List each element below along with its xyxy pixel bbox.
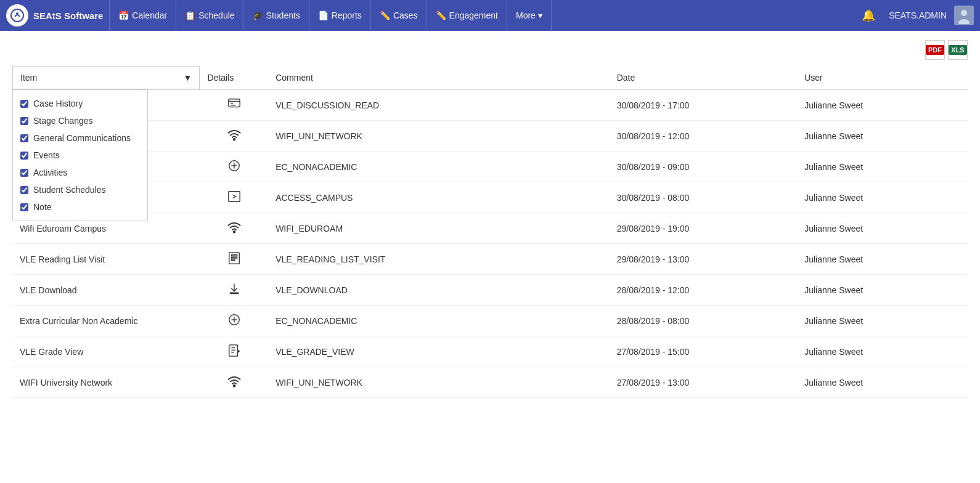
svg-rect-23 — [229, 345, 238, 356]
notifications-bell[interactable]: 🔔 — [855, 9, 881, 22]
cell-item-7: Extra Curricular Non Academic — [12, 306, 200, 336]
dropdown-item-note[interactable]: Note — [13, 198, 147, 216]
nav-engagement[interactable]: ✏️ Engagement — [427, 0, 507, 31]
cell-user-6: Julianne Sweet — [797, 275, 968, 306]
checkbox-student-schedules[interactable] — [20, 186, 28, 194]
cell-date-4: 29/08/2019 - 19:00 — [610, 213, 797, 244]
engagement-icon: ✏️ — [436, 10, 446, 20]
table-row: ACCESS_CAMPUS 30/08/2019 - 08:00 Juliann… — [12, 182, 968, 213]
checkbox-events[interactable] — [20, 152, 28, 160]
cell-date-6: 28/08/2019 - 12:00 — [610, 275, 797, 306]
cell-icon-4 — [200, 213, 268, 244]
cell-item-9: WIFI University Network — [12, 367, 200, 398]
item-dropdown-toggle[interactable]: Item ▼ — [12, 66, 200, 89]
cell-user-9: Julianne Sweet — [797, 367, 968, 398]
svg-point-14 — [233, 231, 235, 233]
table-row: VLE Download VLE_DOWNLOAD 28/08/2019 - 1… — [12, 275, 968, 306]
nav-calendar[interactable]: 📅 Calendar — [109, 0, 176, 31]
cell-date-5: 29/08/2019 - 13:00 — [610, 244, 797, 275]
cell-item-5: VLE Reading List Visit — [12, 244, 200, 275]
export-pdf-button[interactable]: PDF — [925, 40, 945, 60]
cell-comment-2: EC_NONACADEMIC — [268, 152, 610, 182]
cell-comment-3: ACCESS_CAMPUS — [268, 182, 610, 213]
admin-name-label: SEATS.ADMIN — [889, 10, 947, 20]
cell-comment-0: VLE_DISCUSSION_READ — [268, 90, 610, 121]
nav-reports[interactable]: 📄 Reports — [309, 0, 371, 31]
cell-date-0: 30/08/2019 - 17:00 — [610, 90, 797, 121]
schedule-icon: 📋 — [185, 10, 195, 20]
main-content: PDF XLS Item ▼ — [0, 31, 980, 483]
table-row: Wifi Eduroam Campus WIFI_EDUROAM 29/08/2… — [12, 213, 968, 244]
checkbox-note[interactable] — [20, 203, 28, 211]
table-row: WIFI University Network WIFI_UNI_NETWORK… — [12, 367, 968, 398]
cell-icon-7 — [200, 306, 268, 336]
export-toolbar: PDF XLS — [12, 37, 968, 66]
cell-user-4: Julianne Sweet — [797, 213, 968, 244]
brand-text: SEAtS Software — [33, 10, 103, 21]
dropdown-item-general-comms[interactable]: General Communications — [13, 129, 147, 147]
checkbox-activities[interactable] — [20, 169, 28, 177]
cell-icon-6 — [200, 275, 268, 306]
checkbox-general-comms[interactable] — [20, 134, 28, 142]
cell-date-3: 30/08/2019 - 08:00 — [610, 182, 797, 213]
admin-avatar[interactable] — [954, 6, 974, 25]
dropdown-item-case-history[interactable]: Case History — [13, 95, 147, 112]
dropdown-item-activities[interactable]: Activities — [13, 164, 147, 181]
nav-students[interactable]: 🎓 Students — [244, 0, 309, 31]
cell-icon-0 — [200, 90, 268, 121]
cell-icon-8 — [200, 336, 268, 367]
reports-icon: 📄 — [318, 10, 329, 20]
data-table: Item ▼ Case History — [12, 66, 968, 398]
cell-date-8: 27/08/2019 - 15:00 — [610, 336, 797, 367]
nav-items: 📅 Calendar 📋 Schedule 🎓 Students 📄 Repor… — [109, 0, 855, 31]
cell-comment-4: WIFI_EDUROAM — [268, 213, 610, 244]
students-icon: 🎓 — [253, 10, 263, 20]
svg-rect-5 — [229, 99, 240, 107]
logo — [6, 4, 28, 26]
brand[interactable]: SEAtS Software — [6, 4, 103, 26]
cell-icon-5 — [200, 244, 268, 275]
cell-comment-7: EC_NONACADEMIC — [268, 306, 610, 336]
cases-icon: ✏️ — [380, 10, 390, 20]
cell-icon-3 — [200, 182, 268, 213]
th-user: User — [797, 66, 968, 90]
data-table-container: Item ▼ Case History — [12, 66, 968, 398]
cell-comment-9: WIFI_UNI_NETWORK — [268, 367, 610, 398]
checkbox-case-history[interactable] — [20, 100, 28, 108]
cell-user-3: Julianne Sweet — [797, 182, 968, 213]
nav-more[interactable]: More ▾ — [507, 0, 552, 31]
svg-rect-19 — [229, 293, 239, 294]
table-row: VLE_DISCUSSION_READ 30/08/2019 - 17:00 J… — [12, 90, 968, 121]
cell-comment-1: WIFI_UNI_NETWORK — [268, 121, 610, 152]
th-comment: Comment — [268, 66, 610, 90]
checkbox-stage-changes[interactable] — [20, 117, 28, 125]
calendar-icon: 📅 — [118, 10, 129, 20]
cell-user-8: Julianne Sweet — [797, 336, 968, 367]
cell-user-1: Julianne Sweet — [797, 121, 968, 152]
dropdown-arrow-icon: ▼ — [184, 73, 192, 83]
cell-user-7: Julianne Sweet — [797, 306, 968, 336]
svg-rect-13 — [229, 192, 240, 202]
svg-rect-18 — [231, 259, 235, 261]
navbar: SEAtS Software 📅 Calendar 📋 Schedule 🎓 S… — [0, 0, 980, 31]
table-row: WIFI_UNI_NETWORK 30/08/2019 - 12:00 Juli… — [12, 121, 968, 152]
cell-icon-1 — [200, 121, 268, 152]
table-row: Extra Curricular Non Academic EC_NONACAD… — [12, 306, 968, 336]
item-dropdown-menu: Case History Stage Changes General Commu… — [12, 89, 148, 221]
export-excel-button[interactable]: XLS — [948, 40, 968, 60]
dropdown-item-stage-changes[interactable]: Stage Changes — [13, 112, 147, 129]
dropdown-item-events[interactable]: Events — [13, 147, 147, 164]
nav-schedule[interactable]: 📋 Schedule — [176, 0, 243, 31]
cell-date-9: 27/08/2019 - 13:00 — [610, 367, 797, 398]
nav-cases[interactable]: ✏️ Cases — [371, 0, 427, 31]
cell-comment-6: VLE_DOWNLOAD — [268, 275, 610, 306]
svg-point-24 — [233, 385, 235, 387]
svg-point-3 — [961, 10, 967, 16]
dropdown-item-student-schedules[interactable]: Student Schedules — [13, 181, 147, 198]
cell-item-6: VLE Download — [12, 275, 200, 306]
cell-date-1: 30/08/2019 - 12:00 — [610, 121, 797, 152]
table-row: EC_NONACADEMIC 30/08/2019 - 09:00 Julian… — [12, 152, 968, 182]
svg-rect-17 — [231, 257, 237, 258]
cell-date-7: 28/08/2019 - 08:00 — [610, 306, 797, 336]
cell-date-2: 30/08/2019 - 09:00 — [610, 152, 797, 182]
